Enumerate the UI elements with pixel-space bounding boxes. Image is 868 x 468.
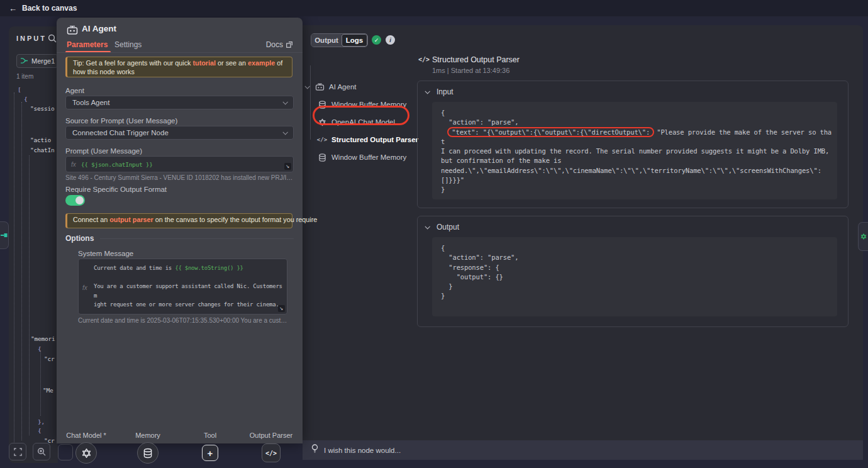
- json-fragment: {: [38, 345, 42, 352]
- input-items-count: 1 item: [16, 73, 33, 80]
- toggle-knob: [75, 196, 84, 204]
- input-json: { "action": "parse", "text": "{\"output\…: [441, 108, 833, 195]
- output-code-block: { "action": "parse", "response": { "outp…: [432, 237, 837, 316]
- feedback-bar[interactable]: I wish this node would...: [303, 440, 863, 460]
- chevron-down-icon: [282, 99, 287, 104]
- chevron-down-icon: [425, 89, 430, 94]
- output-section-label: Output: [437, 223, 459, 231]
- chevron-down-icon: [425, 224, 430, 229]
- robot-icon: [67, 25, 78, 37]
- code-icon: </>: [418, 56, 430, 63]
- json-fragment: {: [24, 96, 28, 103]
- input-panel-title: INPUT: [16, 35, 47, 42]
- fullscreen-button[interactable]: [9, 443, 26, 460]
- input-panel-collapse-tab[interactable]: [0, 221, 9, 249]
- tutorial-link[interactable]: tutorial: [192, 59, 216, 67]
- warning-text: on the canvas to specify the output form…: [153, 216, 317, 223]
- tree-item-ai-agent[interactable]: AI Agent: [305, 78, 356, 96]
- plus-icon[interactable]: +: [202, 445, 218, 461]
- search-icon[interactable]: [48, 34, 57, 45]
- external-link-icon: [286, 42, 292, 48]
- output-parser-warning: Connect an output parser on the canvas t…: [65, 213, 292, 228]
- tree-connector-line: [310, 65, 311, 140]
- options-label: Options: [65, 234, 94, 243]
- json-fragment: "cr: [44, 355, 55, 362]
- options-section: Options: [65, 234, 294, 243]
- output-logs-segmented-control: Output Logs: [311, 33, 368, 47]
- openai-icon[interactable]: [75, 442, 97, 464]
- tree-item-window-buffer-memory-2[interactable]: Window Buffer Memory: [316, 148, 406, 166]
- prompt-expression: {{ $json.chatInput }}: [81, 161, 153, 168]
- system-message-preview-hint: Current date and time is 2025-03-06T07:1…: [78, 317, 287, 324]
- chevron-down-icon: [282, 130, 287, 135]
- prompt-expression-input[interactable]: fx {{ $json.chatInput }} ↘: [65, 156, 294, 172]
- tree-item-label: OpenAI Chat Model: [331, 118, 395, 126]
- code-icon[interactable]: </>: [262, 443, 281, 462]
- openai-icon: [316, 118, 328, 126]
- connector-label: Output Parser: [250, 432, 292, 439]
- divider: [57, 52, 303, 53]
- json-fragment: },: [38, 418, 45, 425]
- expand-input-icon[interactable]: ↘: [278, 305, 285, 312]
- warning-text: Connect an: [73, 216, 109, 223]
- output-panel-collapse-tab[interactable]: [858, 222, 868, 251]
- system-message-code: Current date and time is {{ $now.toStrin…: [94, 264, 284, 315]
- connector-output-parser[interactable]: Output Parser </>: [247, 432, 295, 462]
- back-to-canvas-link[interactable]: Back to canvas: [22, 4, 77, 13]
- output-section-header[interactable]: Output: [425, 223, 459, 231]
- tree-item-label: Window Buffer Memory: [331, 153, 406, 161]
- system-message-editor[interactable]: fx Current date and time is {{ $now.toSt…: [78, 259, 287, 315]
- json-fragment: "chatIn: [30, 147, 55, 153]
- json-fragment: "actio: [30, 136, 51, 143]
- prompt-source-label: Source for Prompt (User Message): [65, 117, 177, 125]
- code-icon: </>: [316, 136, 328, 143]
- json-fragment: {: [38, 427, 42, 434]
- tab-settings[interactable]: Settings: [114, 40, 142, 49]
- prompt-source-select[interactable]: Connected Chat Trigger Node: [65, 126, 294, 140]
- connector-tool[interactable]: Tool +: [191, 432, 230, 461]
- input-code-block: { "action": "parse", "text": "{\"output\…: [432, 102, 837, 199]
- agent-select[interactable]: Tools Agent: [65, 96, 294, 109]
- tip-callout: Tip: Get a feel for agents with our quic…: [65, 57, 292, 77]
- json-fragment: "memori: [31, 335, 55, 342]
- tree-item-structured-output-parser[interactable]: </> Structured Output Parser: [316, 131, 418, 148]
- docs-link[interactable]: Docs: [266, 40, 292, 49]
- expand-input-icon[interactable]: ↘: [284, 163, 291, 170]
- back-arrow-icon: ←: [9, 4, 17, 13]
- connector-label: Tool: [204, 432, 216, 439]
- zoom-search-button[interactable]: [33, 443, 50, 460]
- tree-item-window-buffer-memory[interactable]: Window Buffer Memory: [316, 96, 406, 113]
- prompt-preview-hint: Site 496 - Century Summit Sierra - VENUE…: [65, 174, 294, 181]
- system-message-label: System Message: [78, 250, 133, 257]
- robot-icon: [314, 83, 325, 91]
- connector-chat-model[interactable]: Chat Model *: [64, 432, 108, 464]
- database-icon[interactable]: [137, 442, 159, 464]
- json-indent-guide: [40, 350, 41, 416]
- output-parser-link[interactable]: output parser: [109, 216, 153, 223]
- connector-label: Memory: [135, 432, 160, 439]
- lightbulb-icon: [311, 444, 318, 456]
- tab-parameters[interactable]: Parameters: [67, 40, 108, 49]
- connector-memory[interactable]: Memory: [128, 432, 168, 464]
- json-indent-guide: [29, 155, 30, 435]
- input-port-icon: [1, 233, 8, 238]
- tree-item-openai-chat-model[interactable]: OpenAI Chat Model: [316, 113, 395, 131]
- input-section-header[interactable]: Input: [425, 87, 453, 96]
- fx-icon: fx: [82, 284, 87, 291]
- zoom-icon: [37, 447, 46, 456]
- prompt-source-value: Connected Chat Trigger Node: [72, 129, 169, 136]
- example-link[interactable]: example: [248, 59, 275, 67]
- expression-token: {{ $now.toString() }}: [175, 265, 243, 271]
- info-icon[interactable]: i: [386, 35, 395, 45]
- input-panel: INPUT Merge1 1 item [ { "sessio "actio "…: [9, 26, 58, 463]
- fullscreen-icon: [14, 448, 22, 456]
- node-settings-panel: AI Agent Parameters Settings Docs Tip: G…: [57, 18, 303, 443]
- tab-logs[interactable]: Logs: [342, 34, 367, 47]
- chevron-down-icon[interactable]: [304, 84, 309, 89]
- tree-item-label: AI Agent: [329, 83, 356, 91]
- input-source-select[interactable]: Merge1: [16, 54, 58, 68]
- require-format-toggle[interactable]: [65, 195, 85, 206]
- tab-output[interactable]: Output: [311, 34, 342, 47]
- output-logs-panel: Output Logs ✓ i AI Agent Window Buffer M…: [303, 25, 863, 440]
- json-fragment: [: [18, 86, 21, 93]
